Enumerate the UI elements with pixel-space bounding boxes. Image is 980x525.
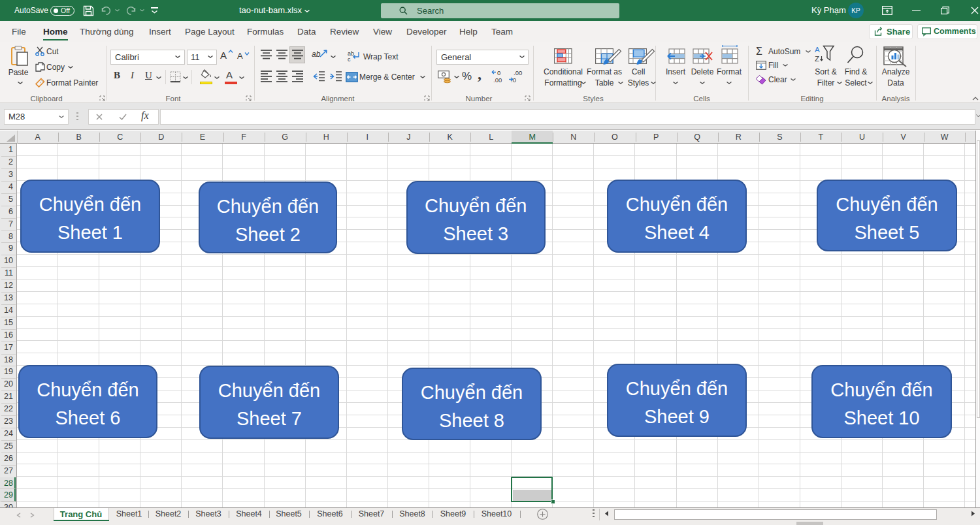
svg-text:c: c	[348, 56, 351, 63]
svg-text:A: A	[815, 46, 820, 54]
svg-text:.00: .00	[514, 69, 522, 76]
svg-text:.00: .00	[493, 76, 502, 84]
svg-text:Z: Z	[815, 55, 819, 63]
svg-text:0: 0	[497, 69, 500, 76]
